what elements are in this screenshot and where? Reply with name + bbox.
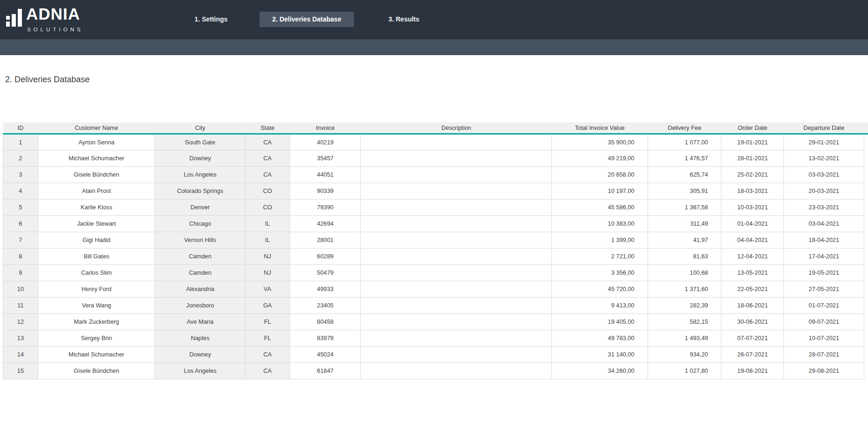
cell-customer_name[interactable]: Ayrton Senna bbox=[38, 134, 155, 150]
cell-total_invoice_value[interactable]: 1 399,00 bbox=[552, 232, 648, 248]
cell-invoice[interactable]: 42694 bbox=[289, 215, 361, 232]
cell-invoice[interactable]: 49933 bbox=[289, 281, 361, 297]
cell-state[interactable]: VA bbox=[246, 281, 290, 297]
cell-city[interactable]: Ave Maria bbox=[155, 313, 246, 330]
cell-order_date[interactable]: 26-07-2021 bbox=[721, 346, 784, 363]
cell-departure_date[interactable]: 27-05-2021 bbox=[784, 281, 864, 297]
cell-state[interactable]: FL bbox=[246, 330, 290, 346]
cell-invoice[interactable]: 23405 bbox=[289, 297, 361, 313]
cell-description[interactable] bbox=[361, 183, 552, 199]
cell-id[interactable]: 1 bbox=[3, 134, 38, 150]
cell-id[interactable]: 3 bbox=[3, 166, 38, 183]
cell-invoice[interactable]: 40219 bbox=[289, 134, 361, 150]
cell-order_date[interactable]: 18-06-2021 bbox=[721, 297, 784, 313]
cell-state[interactable]: FL bbox=[246, 313, 290, 330]
cell-customer_name[interactable]: Carlos Slim bbox=[38, 264, 155, 281]
cell-state[interactable]: CA bbox=[246, 363, 290, 379]
cell-departure_date[interactable]: 03-03-2021 bbox=[784, 166, 864, 183]
cell-order_date[interactable]: 04-04-2021 bbox=[721, 232, 784, 248]
cell-total_invoice_value[interactable]: 45 586,00 bbox=[552, 199, 648, 215]
cell-city[interactable]: Downey bbox=[155, 150, 246, 166]
cell-total_invoice_value[interactable]: 45 720,00 bbox=[552, 281, 648, 297]
cell-order_date[interactable]: 10-03-2021 bbox=[721, 199, 784, 215]
cell-total_invoice_value[interactable]: 49 219,00 bbox=[552, 150, 648, 166]
cell-departure_date[interactable]: 29-01-2021 bbox=[784, 134, 864, 150]
cell-id[interactable]: 5 bbox=[3, 199, 38, 215]
cell-delivery_fee[interactable]: 582,15 bbox=[648, 313, 721, 330]
cell-delivery_fee[interactable]: 282,39 bbox=[648, 297, 721, 313]
cell-description[interactable] bbox=[361, 215, 552, 232]
cell-id[interactable]: 13 bbox=[3, 330, 38, 346]
cell-departure_date[interactable]: 13-02-2021 bbox=[784, 150, 864, 166]
cell-order_date[interactable]: 13-05-2021 bbox=[721, 264, 784, 281]
cell-city[interactable]: Jonesboro bbox=[155, 297, 246, 313]
cell-invoice[interactable]: 80458 bbox=[289, 313, 361, 330]
cell-total_invoice_value[interactable]: 20 858,00 bbox=[552, 166, 648, 183]
cell-id[interactable]: 7 bbox=[3, 232, 38, 248]
cell-city[interactable]: Vernon Hills bbox=[155, 232, 246, 248]
cell-id[interactable]: 11 bbox=[3, 297, 38, 313]
cell-total_invoice_value[interactable]: 2 721,00 bbox=[552, 248, 648, 264]
cell-departure_date[interactable]: 29-08-2021 bbox=[784, 363, 864, 379]
cell-description[interactable] bbox=[361, 134, 552, 150]
cell-state[interactable]: CA bbox=[246, 166, 290, 183]
cell-state[interactable]: CO bbox=[246, 199, 290, 215]
cell-city[interactable]: Colorado Springs bbox=[155, 183, 246, 199]
cell-id[interactable]: 15 bbox=[3, 363, 38, 379]
cell-delivery_fee[interactable]: 100,68 bbox=[648, 264, 721, 281]
cell-id[interactable]: 10 bbox=[3, 281, 38, 297]
cell-customer_name[interactable]: Michael Schumacher bbox=[38, 346, 155, 363]
cell-delivery_fee[interactable]: 305,91 bbox=[648, 183, 721, 199]
cell-description[interactable] bbox=[361, 330, 552, 346]
cell-invoice[interactable]: 83979 bbox=[289, 330, 361, 346]
cell-state[interactable]: CA bbox=[246, 134, 290, 150]
cell-customer_name[interactable]: Jackie Stewart bbox=[38, 215, 155, 232]
cell-departure_date[interactable]: 19-05-2021 bbox=[784, 264, 864, 281]
cell-departure_date[interactable]: 23-03-2021 bbox=[784, 199, 864, 215]
cell-departure_date[interactable]: 17-04-2021 bbox=[784, 248, 864, 264]
cell-delivery_fee[interactable]: 41,97 bbox=[648, 232, 721, 248]
cell-description[interactable] bbox=[361, 363, 552, 379]
cell-departure_date[interactable]: 20-03-2021 bbox=[784, 183, 864, 199]
cell-delivery_fee[interactable]: 1 077,00 bbox=[648, 134, 721, 150]
cell-total_invoice_value[interactable]: 49 783,00 bbox=[552, 330, 648, 346]
cell-id[interactable]: 14 bbox=[3, 346, 38, 363]
cell-order_date[interactable]: 22-05-2021 bbox=[721, 281, 784, 297]
cell-total_invoice_value[interactable]: 3 356,00 bbox=[552, 264, 648, 281]
cell-delivery_fee[interactable]: 1 493,49 bbox=[648, 330, 721, 346]
cell-state[interactable]: IL bbox=[246, 232, 290, 248]
cell-departure_date[interactable]: 28-07-2021 bbox=[784, 346, 864, 363]
cell-description[interactable] bbox=[361, 346, 552, 363]
cell-delivery_fee[interactable]: 1 371,60 bbox=[648, 281, 721, 297]
cell-customer_name[interactable]: Karlie Kloss bbox=[38, 199, 155, 215]
cell-total_invoice_value[interactable]: 31 140,00 bbox=[552, 346, 648, 363]
cell-id[interactable]: 12 bbox=[3, 313, 38, 330]
cell-description[interactable] bbox=[361, 248, 552, 264]
cell-id[interactable]: 9 bbox=[3, 264, 38, 281]
cell-total_invoice_value[interactable]: 35 900,00 bbox=[552, 134, 648, 150]
cell-invoice[interactable]: 50479 bbox=[289, 264, 361, 281]
cell-delivery_fee[interactable]: 625,74 bbox=[648, 166, 721, 183]
cell-order_date[interactable]: 18-03-2021 bbox=[721, 183, 784, 199]
cell-description[interactable] bbox=[361, 199, 552, 215]
cell-id[interactable]: 6 bbox=[3, 215, 38, 232]
cell-customer_name[interactable]: Gisele Bündchen bbox=[38, 363, 155, 379]
cell-city[interactable]: Naples bbox=[155, 330, 246, 346]
cell-order_date[interactable]: 19-08-2021 bbox=[721, 363, 784, 379]
cell-total_invoice_value[interactable]: 34 260,00 bbox=[552, 363, 648, 379]
cell-order_date[interactable]: 25-02-2021 bbox=[721, 166, 784, 183]
cell-order_date[interactable]: 12-04-2021 bbox=[721, 248, 784, 264]
cell-customer_name[interactable]: Vera Wang bbox=[38, 297, 155, 313]
cell-departure_date[interactable]: 18-04-2021 bbox=[784, 232, 864, 248]
cell-city[interactable]: Los Angeles bbox=[155, 363, 246, 379]
cell-city[interactable]: South Gate bbox=[155, 134, 246, 150]
tab-deliveries-database[interactable]: 2. Deliveries Database bbox=[260, 12, 354, 27]
cell-city[interactable]: Downey bbox=[155, 346, 246, 363]
cell-description[interactable] bbox=[361, 281, 552, 297]
cell-state[interactable]: GA bbox=[246, 297, 290, 313]
cell-total_invoice_value[interactable]: 10 197,00 bbox=[552, 183, 648, 199]
cell-state[interactable]: IL bbox=[246, 215, 290, 232]
cell-order_date[interactable]: 28-01-2021 bbox=[721, 150, 784, 166]
cell-invoice[interactable]: 90339 bbox=[289, 183, 361, 199]
cell-state[interactable]: NJ bbox=[246, 248, 290, 264]
